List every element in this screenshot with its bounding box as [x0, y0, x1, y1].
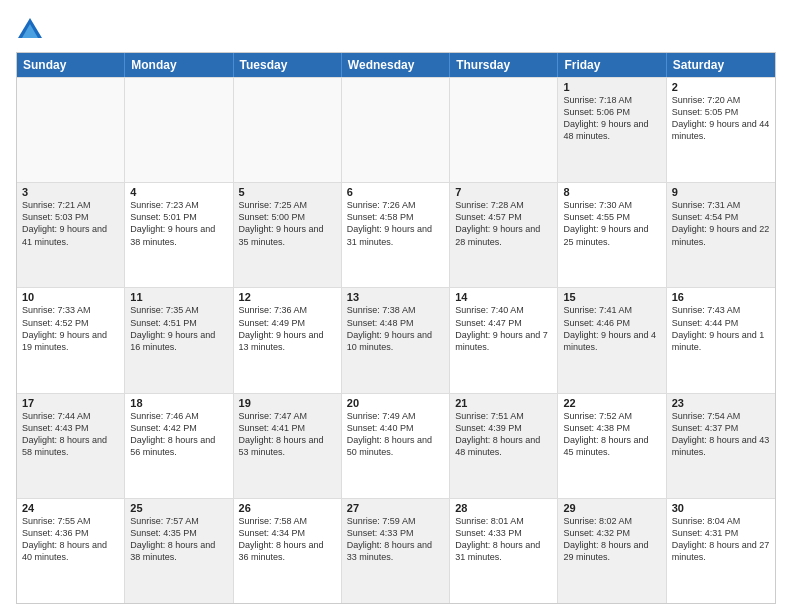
daylight-info: Sunrise: 7:46 AM Sunset: 4:42 PM Dayligh… — [130, 410, 227, 459]
daylight-info: Sunrise: 7:59 AM Sunset: 4:33 PM Dayligh… — [347, 515, 444, 564]
day-number: 29 — [563, 502, 660, 514]
daylight-info: Sunrise: 7:49 AM Sunset: 4:40 PM Dayligh… — [347, 410, 444, 459]
calendar-row: 3Sunrise: 7:21 AM Sunset: 5:03 PM Daylig… — [17, 182, 775, 287]
calendar-row: 17Sunrise: 7:44 AM Sunset: 4:43 PM Dayli… — [17, 393, 775, 498]
daylight-info: Sunrise: 7:41 AM Sunset: 4:46 PM Dayligh… — [563, 304, 660, 353]
calendar-cell: 21Sunrise: 7:51 AM Sunset: 4:39 PM Dayli… — [450, 394, 558, 498]
calendar-cell: 2Sunrise: 7:20 AM Sunset: 5:05 PM Daylig… — [667, 78, 775, 182]
day-number: 14 — [455, 291, 552, 303]
calendar-cell: 17Sunrise: 7:44 AM Sunset: 4:43 PM Dayli… — [17, 394, 125, 498]
calendar-cell: 14Sunrise: 7:40 AM Sunset: 4:47 PM Dayli… — [450, 288, 558, 392]
calendar-cell — [234, 78, 342, 182]
daylight-info: Sunrise: 7:43 AM Sunset: 4:44 PM Dayligh… — [672, 304, 770, 353]
day-number: 17 — [22, 397, 119, 409]
calendar-cell: 11Sunrise: 7:35 AM Sunset: 4:51 PM Dayli… — [125, 288, 233, 392]
day-number: 5 — [239, 186, 336, 198]
calendar-cell — [125, 78, 233, 182]
calendar-cell: 27Sunrise: 7:59 AM Sunset: 4:33 PM Dayli… — [342, 499, 450, 603]
daylight-info: Sunrise: 7:51 AM Sunset: 4:39 PM Dayligh… — [455, 410, 552, 459]
calendar-cell: 15Sunrise: 7:41 AM Sunset: 4:46 PM Dayli… — [558, 288, 666, 392]
calendar-cell: 6Sunrise: 7:26 AM Sunset: 4:58 PM Daylig… — [342, 183, 450, 287]
calendar-cell — [17, 78, 125, 182]
calendar-row: 1Sunrise: 7:18 AM Sunset: 5:06 PM Daylig… — [17, 77, 775, 182]
day-number: 9 — [672, 186, 770, 198]
calendar-cell: 7Sunrise: 7:28 AM Sunset: 4:57 PM Daylig… — [450, 183, 558, 287]
day-number: 20 — [347, 397, 444, 409]
day-number: 1 — [563, 81, 660, 93]
calendar-cell: 12Sunrise: 7:36 AM Sunset: 4:49 PM Dayli… — [234, 288, 342, 392]
calendar-cell: 22Sunrise: 7:52 AM Sunset: 4:38 PM Dayli… — [558, 394, 666, 498]
calendar-cell: 16Sunrise: 7:43 AM Sunset: 4:44 PM Dayli… — [667, 288, 775, 392]
calendar-cell: 30Sunrise: 8:04 AM Sunset: 4:31 PM Dayli… — [667, 499, 775, 603]
daylight-info: Sunrise: 7:54 AM Sunset: 4:37 PM Dayligh… — [672, 410, 770, 459]
logo — [16, 16, 48, 44]
day-number: 15 — [563, 291, 660, 303]
calendar-cell: 5Sunrise: 7:25 AM Sunset: 5:00 PM Daylig… — [234, 183, 342, 287]
calendar-body: 1Sunrise: 7:18 AM Sunset: 5:06 PM Daylig… — [17, 77, 775, 603]
daylight-info: Sunrise: 8:02 AM Sunset: 4:32 PM Dayligh… — [563, 515, 660, 564]
day-number: 28 — [455, 502, 552, 514]
daylight-info: Sunrise: 8:01 AM Sunset: 4:33 PM Dayligh… — [455, 515, 552, 564]
calendar-cell: 24Sunrise: 7:55 AM Sunset: 4:36 PM Dayli… — [17, 499, 125, 603]
daylight-info: Sunrise: 7:33 AM Sunset: 4:52 PM Dayligh… — [22, 304, 119, 353]
daylight-info: Sunrise: 8:04 AM Sunset: 4:31 PM Dayligh… — [672, 515, 770, 564]
daylight-info: Sunrise: 7:30 AM Sunset: 4:55 PM Dayligh… — [563, 199, 660, 248]
day-number: 21 — [455, 397, 552, 409]
day-number: 16 — [672, 291, 770, 303]
calendar-cell: 25Sunrise: 7:57 AM Sunset: 4:35 PM Dayli… — [125, 499, 233, 603]
calendar-cell: 9Sunrise: 7:31 AM Sunset: 4:54 PM Daylig… — [667, 183, 775, 287]
cal-header-cell: Monday — [125, 53, 233, 77]
daylight-info: Sunrise: 7:52 AM Sunset: 4:38 PM Dayligh… — [563, 410, 660, 459]
day-number: 22 — [563, 397, 660, 409]
calendar: SundayMondayTuesdayWednesdayThursdayFrid… — [16, 52, 776, 604]
day-number: 6 — [347, 186, 444, 198]
day-number: 18 — [130, 397, 227, 409]
calendar-header: SundayMondayTuesdayWednesdayThursdayFrid… — [17, 53, 775, 77]
header — [16, 16, 776, 44]
day-number: 2 — [672, 81, 770, 93]
day-number: 12 — [239, 291, 336, 303]
cal-header-cell: Sunday — [17, 53, 125, 77]
daylight-info: Sunrise: 7:28 AM Sunset: 4:57 PM Dayligh… — [455, 199, 552, 248]
daylight-info: Sunrise: 7:40 AM Sunset: 4:47 PM Dayligh… — [455, 304, 552, 353]
day-number: 8 — [563, 186, 660, 198]
day-number: 7 — [455, 186, 552, 198]
calendar-cell: 28Sunrise: 8:01 AM Sunset: 4:33 PM Dayli… — [450, 499, 558, 603]
cal-header-cell: Saturday — [667, 53, 775, 77]
daylight-info: Sunrise: 7:31 AM Sunset: 4:54 PM Dayligh… — [672, 199, 770, 248]
day-number: 25 — [130, 502, 227, 514]
calendar-row: 10Sunrise: 7:33 AM Sunset: 4:52 PM Dayli… — [17, 287, 775, 392]
calendar-cell: 26Sunrise: 7:58 AM Sunset: 4:34 PM Dayli… — [234, 499, 342, 603]
daylight-info: Sunrise: 7:35 AM Sunset: 4:51 PM Dayligh… — [130, 304, 227, 353]
day-number: 4 — [130, 186, 227, 198]
logo-icon — [16, 16, 44, 44]
daylight-info: Sunrise: 7:25 AM Sunset: 5:00 PM Dayligh… — [239, 199, 336, 248]
calendar-cell: 18Sunrise: 7:46 AM Sunset: 4:42 PM Dayli… — [125, 394, 233, 498]
cal-header-cell: Wednesday — [342, 53, 450, 77]
daylight-info: Sunrise: 7:58 AM Sunset: 4:34 PM Dayligh… — [239, 515, 336, 564]
page: SundayMondayTuesdayWednesdayThursdayFrid… — [0, 0, 792, 612]
daylight-info: Sunrise: 7:21 AM Sunset: 5:03 PM Dayligh… — [22, 199, 119, 248]
cal-header-cell: Friday — [558, 53, 666, 77]
daylight-info: Sunrise: 7:26 AM Sunset: 4:58 PM Dayligh… — [347, 199, 444, 248]
day-number: 11 — [130, 291, 227, 303]
calendar-cell: 4Sunrise: 7:23 AM Sunset: 5:01 PM Daylig… — [125, 183, 233, 287]
daylight-info: Sunrise: 7:47 AM Sunset: 4:41 PM Dayligh… — [239, 410, 336, 459]
day-number: 27 — [347, 502, 444, 514]
daylight-info: Sunrise: 7:38 AM Sunset: 4:48 PM Dayligh… — [347, 304, 444, 353]
calendar-cell — [450, 78, 558, 182]
day-number: 10 — [22, 291, 119, 303]
calendar-cell: 23Sunrise: 7:54 AM Sunset: 4:37 PM Dayli… — [667, 394, 775, 498]
cal-header-cell: Thursday — [450, 53, 558, 77]
day-number: 19 — [239, 397, 336, 409]
day-number: 23 — [672, 397, 770, 409]
daylight-info: Sunrise: 7:55 AM Sunset: 4:36 PM Dayligh… — [22, 515, 119, 564]
calendar-row: 24Sunrise: 7:55 AM Sunset: 4:36 PM Dayli… — [17, 498, 775, 603]
calendar-cell: 29Sunrise: 8:02 AM Sunset: 4:32 PM Dayli… — [558, 499, 666, 603]
daylight-info: Sunrise: 7:57 AM Sunset: 4:35 PM Dayligh… — [130, 515, 227, 564]
daylight-info: Sunrise: 7:44 AM Sunset: 4:43 PM Dayligh… — [22, 410, 119, 459]
daylight-info: Sunrise: 7:23 AM Sunset: 5:01 PM Dayligh… — [130, 199, 227, 248]
day-number: 3 — [22, 186, 119, 198]
daylight-info: Sunrise: 7:20 AM Sunset: 5:05 PM Dayligh… — [672, 94, 770, 143]
day-number: 30 — [672, 502, 770, 514]
